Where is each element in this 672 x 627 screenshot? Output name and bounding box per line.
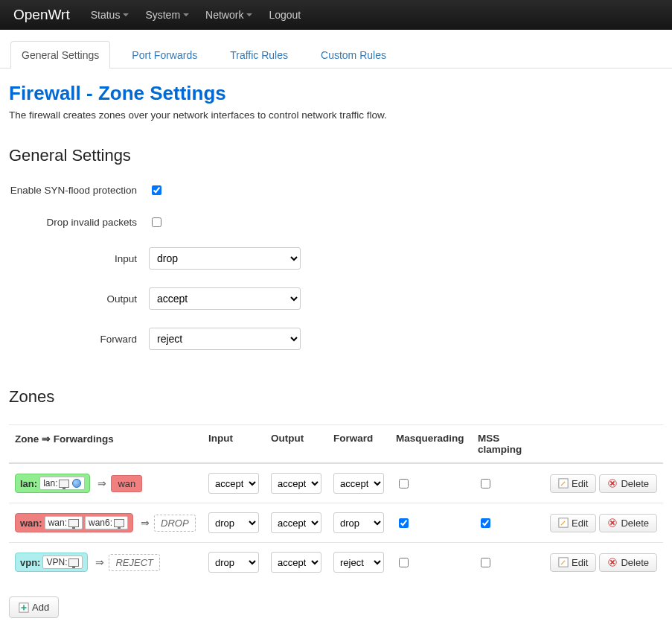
forward-select[interactable]: acceptrejectdrop <box>149 328 301 350</box>
zone-masq-checkbox[interactable] <box>399 479 409 488</box>
zone-forward-select[interactable]: acceptrejectdrop <box>333 552 384 573</box>
syn-flood-checkbox[interactable] <box>152 185 161 195</box>
page-description: The firewall creates zones over your net… <box>9 109 663 121</box>
add-label: Add <box>32 602 49 613</box>
delete-icon <box>607 518 618 528</box>
tab-port-forwards[interactable]: Port Forwards <box>121 41 208 69</box>
zone-output-select[interactable]: acceptrejectdrop <box>271 512 321 533</box>
zones-heading: Zones <box>9 387 663 407</box>
output-label: Output <box>9 293 149 305</box>
interface-tag: wan6: <box>85 516 128 529</box>
zone-mss-checkbox[interactable] <box>481 479 490 488</box>
edit-button[interactable]: Edit <box>550 514 596 532</box>
forward-policy-tag: REJECT <box>109 554 160 571</box>
zone-row-lan: lan:lan: ⇒wanacceptrejectdropacceptrejec… <box>9 463 663 503</box>
zone-badge: vpn:VPN: <box>15 553 88 572</box>
zone-forward-select[interactable]: acceptrejectdrop <box>333 512 384 533</box>
delete-icon <box>607 557 618 567</box>
add-button[interactable]: Add <box>9 596 59 618</box>
interface-icon <box>68 558 79 567</box>
interface-tag: lan: <box>39 477 85 490</box>
arrow-icon: ⇒ <box>141 517 150 529</box>
brand-logo[interactable]: OpenWrt <box>13 7 70 23</box>
nav-logout[interactable]: Logout <box>269 9 301 21</box>
interface-tag: VPN: <box>42 556 83 569</box>
forward-policy-tag: DROP <box>154 515 196 532</box>
col-forward: Forward <box>327 425 390 464</box>
forward-zone-tag: wan <box>111 475 142 492</box>
edit-button[interactable]: Edit <box>550 553 596 572</box>
delete-button[interactable]: Delete <box>599 514 657 532</box>
nav-system[interactable]: System <box>145 9 189 21</box>
zone-badge: lan:lan: <box>15 474 90 493</box>
input-label: Input <box>9 253 149 264</box>
zone-masq-checkbox[interactable] <box>399 558 409 567</box>
zone-input-select[interactable]: acceptrejectdrop <box>208 473 259 494</box>
output-select[interactable]: acceptrejectdrop <box>149 287 301 310</box>
forward-label: Forward <box>9 334 149 345</box>
col-input: Input <box>202 425 265 464</box>
col-output: Output <box>265 425 327 464</box>
col-masq: Masquerading <box>390 425 472 464</box>
top-navbar: OpenWrt StatusSystemNetworkLogout <box>0 0 672 30</box>
nav-network[interactable]: Network <box>205 9 252 21</box>
syn-flood-label: Enable SYN-flood protection <box>9 185 149 196</box>
zone-row-wan: wan:wan: wan6: ⇒DROPacceptrejectdropacce… <box>9 503 663 543</box>
tab-custom-rules[interactable]: Custom Rules <box>310 41 397 69</box>
caret-icon <box>123 13 129 16</box>
tab-traffic-rules[interactable]: Traffic Rules <box>219 41 299 69</box>
interface-icon <box>59 480 69 488</box>
interface-icon <box>68 519 79 527</box>
arrow-icon: ⇒ <box>97 477 106 489</box>
zone-row-vpn: vpn:VPN: ⇒REJECTacceptrejectdropacceptre… <box>9 543 663 582</box>
globe-icon <box>72 479 81 488</box>
zone-mss-checkbox[interactable] <box>481 558 490 567</box>
caret-icon <box>246 13 252 16</box>
zone-masq-checkbox[interactable] <box>399 518 409 528</box>
zone-mss-checkbox[interactable] <box>481 518 490 528</box>
zone-output-select[interactable]: acceptrejectdrop <box>271 552 321 573</box>
edit-icon <box>558 518 569 528</box>
general-settings-heading: General Settings <box>9 146 663 165</box>
col-zone: Zone ⇒ Forwardings <box>9 425 202 464</box>
zone-output-select[interactable]: acceptrejectdrop <box>271 473 321 494</box>
tab-bar: General SettingsPort ForwardsTraffic Rul… <box>0 30 672 69</box>
zone-input-select[interactable]: acceptrejectdrop <box>208 512 259 533</box>
col-mss: MSS clamping <box>472 425 543 464</box>
zones-table: Zone ⇒ Forwardings Input Output Forward … <box>9 424 663 582</box>
delete-button[interactable]: Delete <box>599 474 657 493</box>
interface-icon <box>114 519 124 527</box>
input-select[interactable]: acceptrejectdrop <box>149 247 301 270</box>
edit-icon <box>558 478 569 488</box>
delete-icon <box>607 478 618 488</box>
drop-invalid-checkbox[interactable] <box>152 217 161 227</box>
zone-input-select[interactable]: acceptrejectdrop <box>208 552 259 573</box>
edit-icon <box>558 557 569 567</box>
drop-invalid-label: Drop invalid packets <box>9 217 149 228</box>
delete-button[interactable]: Delete <box>599 553 657 572</box>
zone-forward-select[interactable]: acceptrejectdrop <box>333 473 384 494</box>
arrow-icon: ⇒ <box>95 556 104 568</box>
caret-icon <box>183 13 189 16</box>
interface-tag: wan: <box>45 516 83 529</box>
add-icon <box>19 602 29 613</box>
tab-general-settings[interactable]: General Settings <box>10 41 110 69</box>
edit-button[interactable]: Edit <box>550 474 596 493</box>
zone-badge: wan:wan: wan6: <box>15 513 133 532</box>
nav-status[interactable]: Status <box>91 9 129 21</box>
page-title: Firewall - Zone Settings <box>9 82 663 105</box>
